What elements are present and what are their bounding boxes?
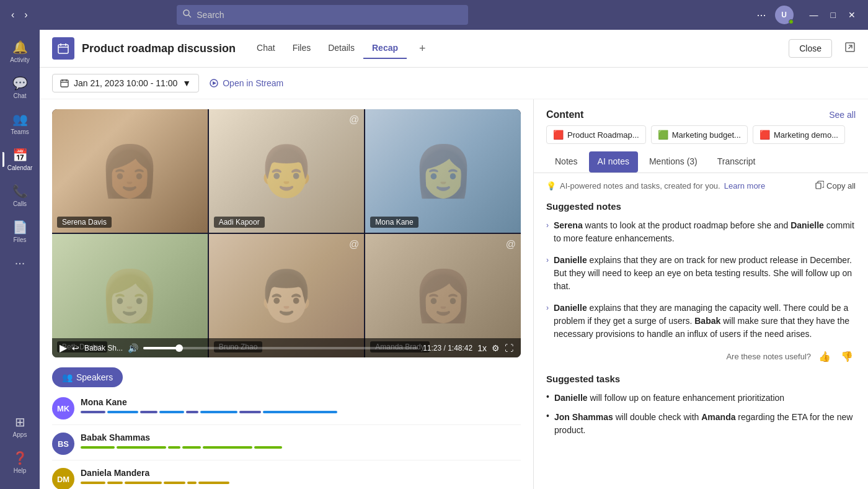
add-tab-button[interactable]: + [414, 40, 431, 58]
daniela-avatar: DM [52, 468, 74, 489]
mona-name-label: Mona Kane [370, 217, 418, 228]
sidebar-item-teams[interactable]: 👥 Teams [2, 107, 37, 140]
window-controls: — □ ✕ [805, 7, 861, 22]
ai-header-left: 💡 AI-powered notes and tasks, created fo… [546, 181, 765, 191]
meeting-header: Product roadmap discussion Chat Files De… [40, 30, 868, 68]
close-window-button[interactable]: ✕ [843, 7, 861, 22]
thumbs-up-button[interactable]: 👍 [816, 349, 833, 364]
bar [203, 446, 252, 449]
video-cell-aadi: 👨 Aadi Kapoor @ [209, 109, 365, 233]
tab-recap[interactable]: Recap [363, 38, 407, 59]
tab-files[interactable]: Files [284, 38, 320, 59]
sidebar-item-files[interactable]: 📄 Files [2, 215, 37, 248]
popout-icon[interactable] [844, 42, 856, 56]
bar [198, 482, 229, 484]
video-overlay-controls: ▶ ↩ Babak Sh... 🔊 11:23 / 1:48:42 1x ⚙ [52, 338, 521, 357]
tab-ai-notes[interactable]: AI notes [589, 151, 638, 173]
ai-bulb-icon: 💡 [546, 181, 556, 191]
note-chevron-3: › [546, 303, 549, 312]
svg-line-7 [849, 45, 852, 48]
sidebar-item-help[interactable]: ❓ Help [2, 446, 37, 479]
play-pause-button[interactable]: ▶ [60, 342, 67, 354]
daniela-info: Daniela Mandera [81, 468, 521, 484]
tab-chat[interactable]: Chat [248, 38, 284, 59]
tab-details[interactable]: Details [319, 38, 363, 59]
back-button[interactable]: ‹ [7, 7, 18, 23]
copy-all-button[interactable]: Copy all [815, 181, 856, 191]
bar [81, 482, 105, 484]
serena-video-bg: 👩🏾 [52, 109, 208, 233]
serena-name-label: Serena Davis [57, 217, 112, 228]
progress-handle[interactable] [175, 344, 183, 352]
sidebar-item-activity[interactable]: 🔔 Activity [2, 35, 37, 68]
user-avatar[interactable]: U [775, 6, 794, 24]
maximize-button[interactable]: □ [826, 7, 841, 22]
progress-bar[interactable] [143, 347, 418, 349]
bar [263, 411, 337, 413]
sidebar-item-calls[interactable]: 📞 Calls [2, 179, 37, 212]
date-dropdown[interactable]: Jan 21, 2023 10:00 - 11:00 ▼ [52, 74, 199, 92]
close-meeting-button[interactable]: Close [789, 39, 832, 58]
video-speakers-panel: 👩🏾 Serena Davis 👨 Aadi Kapoor @ 👩 [40, 99, 533, 489]
open-in-stream-button[interactable]: Open in Stream [209, 78, 283, 88]
bar [140, 411, 157, 413]
notes-content: 💡 AI-powered notes and tasks, created fo… [534, 173, 868, 489]
bar [200, 411, 237, 413]
mona-avatar: MK [52, 397, 74, 419]
file-chip-ppt[interactable]: 🟥 Product Roadmap... [546, 125, 646, 144]
minimize-button[interactable]: — [805, 7, 823, 22]
panel-content-title: Content [546, 109, 583, 120]
feedback-row: Are these notes useful? 👍 👎 [546, 349, 856, 364]
sidebar-item-chat[interactable]: 💬 Chat [2, 71, 37, 104]
video-cell-serena: 👩🏾 Serena Davis [52, 109, 208, 233]
speakers-list: MK Mona Kane [52, 397, 521, 489]
bar [239, 411, 261, 413]
svg-rect-8 [61, 80, 68, 87]
note-text-1: Serena wants to look at the product road… [554, 219, 856, 245]
file-chip-vid[interactable]: 🟥 Marketing demo... [753, 125, 845, 144]
fullscreen-icon[interactable]: ⛶ [505, 343, 513, 353]
thumbs-down-button[interactable]: 👎 [838, 349, 856, 364]
activity-icon: 🔔 [12, 40, 28, 55]
panel-tabs: Notes AI notes Mentions (3) Transcript [534, 151, 868, 173]
speed-button[interactable]: 1x [477, 343, 487, 353]
more-options-icon[interactable]: ··· [754, 6, 768, 24]
svg-point-0 [184, 10, 189, 16]
learn-more-link[interactable]: Learn more [724, 181, 765, 191]
tab-transcript[interactable]: Transcript [709, 151, 764, 173]
file-vid-name: Marketing demo... [774, 130, 838, 140]
tab-mentions[interactable]: Mentions (3) [640, 151, 706, 173]
meeting-icon [52, 37, 74, 60]
task-text-2: Jon Shammas will double check with Amand… [554, 411, 856, 437]
speakers-button[interactable]: 👥 Speakers [52, 367, 123, 387]
content-files: 🟥 Product Roadmap... 🟩 Marketing budget.… [534, 125, 868, 151]
replay-button[interactable]: ↩ [72, 343, 79, 353]
tab-notes[interactable]: Notes [546, 151, 587, 173]
file-chip-xl[interactable]: 🟩 Marketing budget... [651, 125, 748, 144]
mona-speaker-name: Mona Kane [81, 397, 521, 407]
babak-info: Babak Shammas [81, 433, 521, 449]
file-ppt-name: Product Roadmap... [567, 130, 639, 140]
content-area: Product roadmap discussion Chat Files De… [40, 30, 868, 489]
sidebar-item-more[interactable]: ··· [2, 251, 37, 275]
forward-button[interactable]: › [20, 7, 31, 23]
suggested-tasks-title: Suggested tasks [546, 374, 856, 384]
search-input[interactable] [197, 10, 462, 20]
bar [107, 411, 138, 413]
settings-icon[interactable]: ⚙ [492, 343, 500, 353]
svg-rect-2 [58, 45, 68, 53]
sidebar-item-calendar[interactable]: 📅 Calendar [2, 143, 37, 176]
mute-button[interactable]: 🔊 [128, 343, 138, 353]
sidebar-bottom: ⊞ Apps ❓ Help [2, 410, 37, 484]
video-cell-mona: 👩 Mona Kane [365, 109, 521, 233]
progress-fill [143, 347, 179, 349]
sidebar: 🔔 Activity 💬 Chat 👥 Teams 📅 Calendar 📞 C… [0, 30, 40, 489]
see-all-button[interactable]: See all [829, 110, 856, 120]
sidebar-item-apps[interactable]: ⊞ Apps [2, 410, 37, 443]
babak-bars [81, 446, 521, 449]
danielle-at-icon: @ [506, 239, 516, 250]
note-chevron-1: › [546, 221, 549, 230]
search-bar [177, 5, 468, 25]
help-icon: ❓ [12, 451, 28, 465]
task-bullet-1: • [546, 392, 549, 402]
